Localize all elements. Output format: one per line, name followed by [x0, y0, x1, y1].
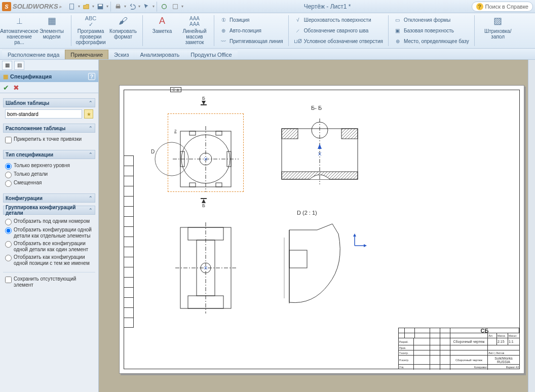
section-arrow-bottom: Б: [201, 198, 207, 208]
open-button[interactable]: [81, 2, 91, 12]
model-items-button[interactable]: ▦Элементымодели: [35, 14, 68, 47]
section-bb-title: Б- Б: [311, 105, 322, 111]
surface-finish-button[interactable]: √Шероховатость поверхности: [292, 15, 385, 25]
section-grouping[interactable]: Группировка конфигураций детали⌃: [3, 206, 95, 215]
vertical-scrollbar[interactable]: [528, 60, 535, 392]
group-same-name-radio[interactable]: [5, 255, 12, 261]
svg-rect-17: [216, 183, 222, 187]
new-button[interactable]: [67, 2, 77, 12]
view-top: [170, 222, 241, 313]
select-button[interactable]: [141, 2, 151, 12]
svg-rect-24: [341, 129, 358, 139]
svg-rect-39: [289, 250, 307, 268]
magnetic-line-button[interactable]: 〰Притягивающая линия: [217, 36, 285, 47]
detail-d-title: D (2 : 1): [297, 210, 317, 216]
tab-view-layout[interactable]: Расположение вида: [2, 50, 65, 59]
balloon-button[interactable]: ①Позиция: [217, 15, 285, 25]
revision-block: [124, 155, 134, 328]
detail-d-circle: [154, 141, 189, 177]
help-search[interactable]: ?Поиск в Справке: [472, 2, 533, 12]
spellcheck-button[interactable]: ABC✓Программапроверкиорфографии: [74, 14, 107, 47]
app-logo: SSOLIDWORKS ▸: [2, 2, 62, 11]
auto-balloon-button[interactable]: ⊕Авто-позиция: [217, 26, 285, 36]
balloon-2: 2: [174, 129, 176, 133]
tab-evaluate[interactable]: Анализировать: [134, 50, 185, 59]
fm-tab-1[interactable]: ▦: [2, 61, 12, 70]
datum-target-button[interactable]: ⊕Место, определяющее базу: [392, 36, 471, 47]
group-separate-radio[interactable]: [5, 227, 12, 234]
svg-rect-6: [173, 4, 177, 9]
cancel-button[interactable]: ✖: [13, 84, 19, 92]
note-button[interactable]: AЗаметка: [146, 14, 178, 47]
drawing-sheet: © ⊕: [119, 85, 524, 374]
document-title: Чертёж - Лист1 *: [183, 3, 472, 10]
view-triad-icon: [353, 232, 368, 248]
svg-rect-16: [189, 183, 196, 187]
svg-rect-0: [69, 4, 73, 9]
auto-dimension-button[interactable]: ⟂Автоматическоенанесение ра...: [3, 14, 35, 47]
hole-callout-button[interactable]: ⊔ØУсловное обозначение отверстия: [292, 36, 385, 47]
keep-missing-checkbox[interactable]: [5, 277, 12, 283]
svg-rect-15: [216, 131, 222, 135]
ribbon-tabs: Расположение вида Примечание Эскиз Анали…: [0, 49, 535, 60]
ribbon: ⟂Автоматическоенанесение ра... ▦Элементы…: [0, 13, 535, 49]
undo-button[interactable]: [127, 2, 137, 12]
drawing-canvas[interactable]: © ⊕: [99, 60, 535, 392]
title-block: СБ Лит.МассаМасшт. Разраб.Сборочный черт…: [398, 328, 520, 369]
view-detail-d: [282, 222, 342, 308]
rebuild-button[interactable]: [159, 2, 169, 12]
template-browse-button[interactable]: ★: [84, 109, 93, 119]
hatch-fill-button[interactable]: ▨Штриховка/запол: [478, 14, 518, 47]
tab-office[interactable]: Продукты Office: [185, 50, 237, 59]
template-input[interactable]: [5, 109, 82, 119]
section-type[interactable]: Тип спецификации⌃: [3, 150, 95, 159]
group-one-num-radio[interactable]: [5, 219, 12, 225]
save-button[interactable]: [95, 2, 105, 12]
svg-rect-3: [116, 6, 120, 8]
section-arrow-top: Б: [201, 96, 207, 105]
view-section-bb: [277, 116, 363, 187]
linear-note-pattern-button[interactable]: AAAAAAЛинейныймассивзаметок: [178, 14, 211, 47]
tab-annotation[interactable]: Примечание: [65, 50, 108, 59]
section-layout[interactable]: Расположение таблицы⌃: [3, 124, 95, 133]
svg-rect-4: [117, 4, 119, 6]
svg-point-20: [155, 142, 188, 176]
geometric-tolerance-button[interactable]: ▭Отклонения формы: [392, 15, 471, 25]
section-template[interactable]: Шаблон таблицы⌃: [3, 98, 95, 107]
format-painter-button[interactable]: 🖌Копироватьформат: [107, 14, 139, 47]
panel-help-icon[interactable]: ?: [88, 73, 95, 80]
anchor-checkbox[interactable]: [5, 137, 12, 143]
weld-symbol-button[interactable]: ⟋Обозначение сварного шва: [292, 26, 385, 36]
detail-d-label: D: [151, 149, 155, 154]
feature-manager-panel: ▦ ▤ ▦Спецификация ? ✔ ✖ Шаблон таблицы⌃ …: [0, 60, 99, 392]
datum-feature-button[interactable]: ▣Базовая поверхность: [392, 26, 471, 36]
options-button[interactable]: [170, 2, 180, 12]
panel-header: ▦Спецификация ?: [0, 71, 98, 82]
type-toplevel-radio[interactable]: [5, 163, 12, 170]
type-indented-radio[interactable]: [5, 180, 12, 187]
tab-sketch[interactable]: Эскиз: [108, 50, 134, 59]
ok-button[interactable]: ✔: [3, 84, 9, 92]
quick-access-toolbar: ▾ ▾ ▾ ▾ ▾ ▾ ▾: [67, 2, 183, 12]
svg-rect-23: [282, 129, 298, 139]
svg-rect-14: [189, 131, 196, 135]
print-button[interactable]: [113, 2, 123, 12]
group-all-one-radio[interactable]: [5, 241, 12, 248]
type-parts-radio[interactable]: [5, 172, 12, 178]
svg-point-5: [162, 4, 166, 9]
section-configurations[interactable]: Конфигурации⌃: [3, 193, 95, 203]
projection-symbol: © ⊕: [170, 87, 181, 92]
svg-rect-2: [98, 4, 102, 6]
fm-tab-2[interactable]: ▤: [14, 61, 24, 70]
